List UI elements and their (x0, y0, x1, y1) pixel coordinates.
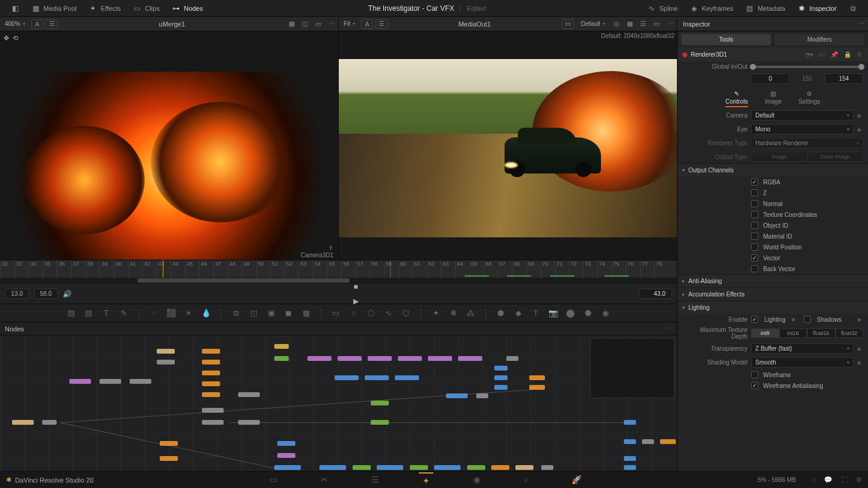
timeline-tick[interactable]: 51 (270, 260, 285, 278)
light-tool-icon[interactable]: ⬤ (565, 308, 576, 319)
viewer-b-gain[interactable]: ◎ (610, 17, 623, 31)
viewer-b-lut[interactable]: :Default▾ (575, 20, 610, 27)
channel-object id-checkbox[interactable] (751, 222, 758, 229)
viewer-b-mode-b[interactable]: ☰ (376, 19, 388, 29)
timeline-tick[interactable]: 63 (441, 260, 455, 278)
tab-controls[interactable]: ✎Controls (725, 90, 747, 107)
nodes-panel-opts[interactable]: ⋯ (665, 325, 672, 333)
timeline-tick[interactable]: 54 (313, 260, 327, 278)
channel-rgba-checkbox[interactable] (751, 178, 758, 186)
maxtex-int8[interactable]: int8 (751, 328, 779, 338)
maxtex-int16[interactable]: int16 (779, 328, 808, 338)
maxtex-float32[interactable]: float32 (835, 328, 864, 338)
timeline-tick[interactable]: 32 (0, 260, 14, 278)
viewer-a-mode-a[interactable]: A (31, 19, 43, 29)
eye-keyframe[interactable] (857, 127, 863, 133)
page-cut[interactable]: ✂ (317, 472, 332, 488)
max-tex-segment[interactable]: int8int16float16float32 (751, 328, 863, 338)
playhead-in[interactable] (163, 260, 163, 278)
bspline-mask-icon[interactable]: ∿ (383, 308, 394, 319)
playhead[interactable] (390, 260, 391, 278)
shading-dropdown[interactable]: Smooth▾ (751, 357, 854, 368)
global-in-field[interactable]: 0 (751, 74, 790, 84)
blur-tool-icon[interactable]: 💧 (201, 308, 212, 319)
transparency-keyframe[interactable] (857, 346, 863, 352)
viewer-b-guides[interactable]: ☰ (637, 17, 650, 31)
timeline-tick[interactable]: 55 (327, 260, 342, 278)
timeline-tick[interactable]: 49 (242, 260, 256, 278)
timeline-tick[interactable]: 36 (57, 260, 71, 278)
timeline-tick[interactable]: 43 (157, 260, 171, 278)
timeline-tick[interactable]: 78 (654, 260, 668, 278)
media-pool-button[interactable]: ▦Media Pool (25, 0, 83, 16)
app-menu-button[interactable]: ◧ (5, 0, 25, 16)
wireframe-checkbox[interactable] (751, 371, 758, 378)
page-media[interactable]: ▭ (266, 472, 281, 488)
viewer-a-snapshot[interactable]: ▦ (285, 17, 298, 31)
timeline-tick[interactable]: 35 (43, 260, 57, 278)
page-color[interactable]: ◉ (470, 472, 484, 488)
tab-settings[interactable]: ⚙Settings (798, 90, 820, 107)
timeline-tick[interactable]: 45 (185, 260, 200, 278)
anti-aliasing-header[interactable]: ▸Anti-Aliasing (678, 274, 868, 287)
particles-tool-icon[interactable]: ✦ (431, 308, 441, 319)
effects-button[interactable]: ✦Effects (83, 0, 127, 16)
page-edit[interactable]: ☰ (368, 472, 383, 488)
background-tool-icon[interactable]: ▨ (66, 308, 77, 319)
rotate-tool-icon[interactable]: ⟲ (13, 34, 18, 42)
node-graph[interactable] (0, 336, 677, 471)
timeline-tick[interactable]: 44 (171, 260, 185, 278)
timeline-tick[interactable]: 39 (99, 260, 114, 278)
keyframes-button[interactable]: ◈Keyframes (684, 0, 740, 16)
eye-dropdown[interactable]: Mono▾ (751, 124, 854, 134)
renderer3d-tool-icon[interactable]: ◉ (600, 308, 611, 319)
channel-world position-checkbox[interactable] (751, 243, 758, 251)
prender-tool-icon[interactable]: ⁂ (466, 308, 476, 319)
planar-tool-icon[interactable]: ⬛ (166, 308, 177, 319)
transparency-dropdown[interactable]: Z Buffer (fast)▾ (751, 343, 854, 354)
timeline-tick[interactable]: 50 (256, 260, 271, 278)
global-out-field[interactable]: 154 (825, 74, 863, 84)
shape3d-tool-icon[interactable]: ⬢ (495, 308, 506, 319)
channel-tool-icon[interactable]: ▦ (301, 308, 311, 319)
shadows-keyframe[interactable] (857, 316, 863, 322)
viewer-a-subview[interactable]: ◫ (298, 17, 312, 31)
timeline-tick[interactable]: 48 (228, 260, 242, 278)
range-in-field[interactable]: 13.0 (5, 289, 29, 299)
version-icon[interactable]: ◔▾ (804, 51, 814, 58)
merge-tool-icon[interactable]: ⧉ (231, 308, 241, 319)
snapshot-icon[interactable]: ▭ (818, 51, 826, 58)
brightness-tool-icon[interactable]: ☀ (184, 308, 194, 319)
project-manager-icon[interactable]: ⌂ (811, 476, 816, 484)
pemitter-tool-icon[interactable]: ❋ (448, 308, 459, 319)
timeline-tick[interactable]: 62 (427, 260, 441, 278)
timeline-tick[interactable]: 73 (583, 260, 597, 278)
viewer-a-opts[interactable]: ⋯ (325, 17, 338, 31)
metadata-button[interactable]: ▤Metadata (740, 0, 791, 16)
timeline-tick[interactable]: 58 (370, 260, 384, 278)
matte-tool-icon[interactable]: ◼ (283, 308, 294, 319)
page-fairlight[interactable]: ♪ (520, 472, 532, 488)
camera-keyframe[interactable] (857, 113, 863, 119)
scrollbar-thumb[interactable] (137, 278, 350, 283)
node-minimap[interactable] (590, 338, 675, 398)
viewer-b-opts[interactable]: ⋯ (663, 17, 676, 31)
renderer-type-dropdown[interactable]: Hardware Renderer▾ (751, 138, 863, 148)
timeline-tick[interactable]: 46 (199, 260, 213, 278)
timeline-tick[interactable]: 38 (86, 260, 100, 278)
timeline-tick[interactable]: 42 (142, 260, 157, 278)
timeline-tick[interactable]: 52 (285, 260, 299, 278)
channel-normal-checkbox[interactable] (751, 200, 758, 207)
merge3d-tool-icon[interactable]: ⬣ (583, 308, 593, 319)
move-tool-icon[interactable]: ✥ (4, 34, 9, 42)
chat-icon[interactable]: 💬 (824, 476, 832, 484)
page-fusion[interactable]: ✦ (419, 472, 433, 488)
reset-icon[interactable]: ↻ (856, 51, 863, 58)
viewer-a-zoom[interactable]: 400%▾ (0, 20, 30, 27)
output-type-segment[interactable]: ImageDeep Image (751, 152, 863, 161)
current-frame-field[interactable]: 43.0 (640, 289, 672, 299)
shading-keyframe[interactable] (857, 360, 863, 366)
inspector-opts[interactable]: ⋯ (855, 17, 868, 31)
viewer-b-rect[interactable]: ▭ (650, 17, 663, 31)
timeline-tick[interactable]: 33 (14, 260, 29, 278)
